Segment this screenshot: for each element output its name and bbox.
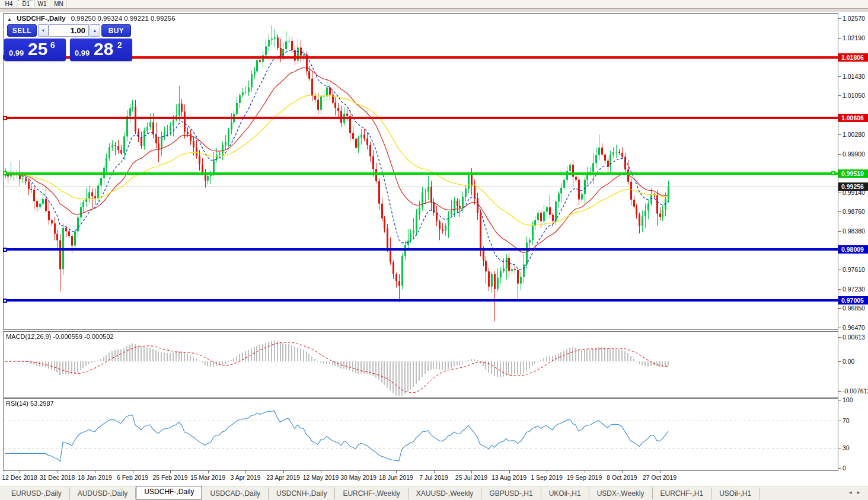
price-axis-tick (838, 38, 841, 39)
price-axis-badge-1.01806: 1.01806 (838, 53, 868, 62)
date-axis-label: 6 Feb 2019 (117, 474, 148, 481)
date-axis-label: 18 Jan 2019 (78, 474, 112, 481)
date-axis-tick (509, 471, 510, 473)
rsi-axis-label: 30 (843, 444, 850, 451)
chart-ohlc-values: 0.99250 0.99324 0.99221 0.99256 (71, 15, 175, 22)
date-axis-label: 18 Jun 2019 (379, 474, 413, 481)
price-axis-tick (838, 134, 841, 135)
scroll-tabs-left-icon[interactable]: ◄ (848, 490, 856, 495)
horizontal-level-line-0.97005[interactable] (3, 299, 838, 302)
price-axis-tick (838, 154, 841, 155)
buy-button[interactable]: BUY (101, 24, 131, 37)
chart-tab-audusd-daily[interactable]: AUDUSD-,Daily (70, 488, 136, 499)
toolbar-splitter[interactable] (0, 8, 868, 12)
sell-price-pipette: 6 (50, 40, 55, 50)
date-axis-tick (245, 471, 246, 473)
rsi-axis-tick (838, 400, 841, 400)
date-axis-tick (170, 471, 171, 473)
timeframe-button-w1[interactable]: W1 (34, 0, 50, 8)
price-axis-badge-1.00606: 1.00606 (838, 114, 868, 122)
rsi-axis-tick (838, 468, 841, 469)
date-axis-label: 1 Sep 2019 (531, 474, 563, 481)
price-axis-tick-label: 0.97610 (843, 266, 865, 273)
price-axis-badge-0.99256: 0.99256 (838, 182, 868, 191)
price-axis-badge-0.99510: 0.99510 (838, 169, 868, 178)
date-axis-tick (434, 471, 435, 473)
chart-tab-xauusd-weekly[interactable]: XAUUSD-,Weekly (409, 488, 481, 499)
date-axis-label: 15 Mar 2019 (190, 474, 225, 481)
date-axis-tick (283, 471, 284, 473)
date-axis-tick (622, 471, 623, 473)
chart-tab-usoil-h1[interactable]: USOil-,H1 (711, 488, 760, 499)
timeframe-button-d1[interactable]: D1 (18, 0, 34, 8)
date-axis-tick (359, 471, 359, 473)
rsi-axis-label: 70 (843, 417, 850, 424)
price-axis-tick-label: 0.98760 (843, 208, 865, 215)
timeframe-button-mn[interactable]: MN (51, 0, 67, 8)
one-click-trade-panel: SELL ▼ 1.00 ▲ BUY 0.99 25 6 0.99 28 2 (4, 23, 132, 61)
price-axis-tick-label: 1.01050 (843, 92, 865, 99)
chart-tab-eurusd-daily[interactable]: EURUSD-,Daily (4, 488, 70, 499)
horizontal-level-line-0.9951[interactable] (3, 172, 838, 175)
date-axis-label: 12 Dec 2018 (2, 474, 37, 481)
collapse-panel-icon[interactable]: ▲ (7, 17, 12, 22)
price-axis-badge-0.98009: 0.98009 (838, 245, 868, 254)
date-axis-label: 30 May 2019 (340, 474, 376, 481)
date-axis-tick (321, 471, 321, 473)
horizontal-level-line-0.98009[interactable] (3, 248, 838, 251)
chart-tab-usdcad-daily[interactable]: USDCAD-,Daily (202, 488, 269, 499)
chart-tab-usdcnh-daily[interactable]: USDCNH-,Daily (269, 488, 335, 499)
date-axis-label: 3 Apr 2019 (231, 474, 261, 481)
buy-price-box[interactable]: 0.99 28 2 (70, 39, 132, 61)
price-axis-tick-label: 0.96470 (843, 324, 865, 331)
date-axis-tick (660, 471, 660, 473)
price-axis-tick-label: 0.99900 (843, 150, 865, 158)
tab-scroll-arrows[interactable]: ◄► (848, 490, 864, 495)
price-axis-tick (838, 289, 841, 290)
volume-decrease-button[interactable]: ▼ (38, 24, 49, 37)
date-axis-tick (95, 471, 95, 473)
volume-increase-button[interactable]: ▲ (90, 24, 100, 37)
sell-price-big-digits: 25 (28, 39, 47, 59)
line-right-handle[interactable] (831, 171, 835, 175)
macd-axis-tick (838, 391, 841, 392)
price-axis-tick (838, 211, 841, 212)
volume-input[interactable]: 1.00 (49, 24, 89, 37)
rsi-canvas[interactable] (4, 399, 838, 470)
date-axis-label: 25 Jul 2019 (455, 474, 487, 481)
price-axis-tick-label: 1.00280 (843, 131, 865, 138)
date-axis-tick (471, 471, 472, 473)
date-axis-label: 8 Oct 2019 (607, 474, 637, 481)
rsi-axis-tick (838, 448, 841, 448)
chart-tab-eurchf-h1[interactable]: EURCHF-,H1 (653, 488, 712, 499)
scroll-tabs-right-icon[interactable]: ► (856, 490, 864, 495)
rsi-axis-label: 100 (843, 396, 853, 403)
macd-canvas[interactable] (4, 332, 838, 397)
date-axis-label: 13 Aug 2019 (492, 474, 526, 481)
price-axis-tick (838, 308, 841, 309)
price-axis-tick (838, 18, 841, 19)
line-left-handle[interactable] (3, 248, 7, 252)
chart-tab-eurchf-weekly[interactable]: EURCHF-,Weekly (335, 488, 408, 499)
price-axis-tick (838, 193, 841, 193)
date-axis-label: 19 Sep 2019 (567, 474, 602, 481)
sell-button[interactable]: SELL (7, 24, 37, 37)
date-axis-tick (20, 471, 20, 473)
chart-tab-usdx-weekly[interactable]: USDX-,Weekly (589, 488, 653, 499)
price-axis-tick (838, 328, 841, 328)
date-axis-tick (58, 471, 58, 473)
line-left-handle[interactable] (3, 116, 7, 120)
horizontal-level-line-1.00606[interactable] (3, 117, 838, 119)
line-left-handle[interactable] (3, 171, 7, 175)
chart-tab-usdchf-daily[interactable]: USDCHF-,Daily (136, 486, 202, 499)
chart-tab-gbpusd-h1[interactable]: GBPUSD-,H1 (481, 488, 541, 499)
timeframe-button-h4[interactable]: H4 (1, 0, 17, 8)
price-axis-tick-label: 1.02190 (843, 34, 865, 41)
chart-tab-ukoil-h1[interactable]: UKOil-,H1 (541, 488, 589, 499)
line-left-handle[interactable] (3, 299, 7, 303)
sell-price-box[interactable]: 0.99 25 6 (4, 39, 66, 61)
rsi-label: RSI(14) 53.2987 (6, 400, 54, 407)
timeframe-toolbar: H4D1W1MN (0, 0, 868, 8)
date-axis-label: 23 Apr 2019 (266, 474, 300, 481)
date-axis-tick (133, 471, 133, 473)
